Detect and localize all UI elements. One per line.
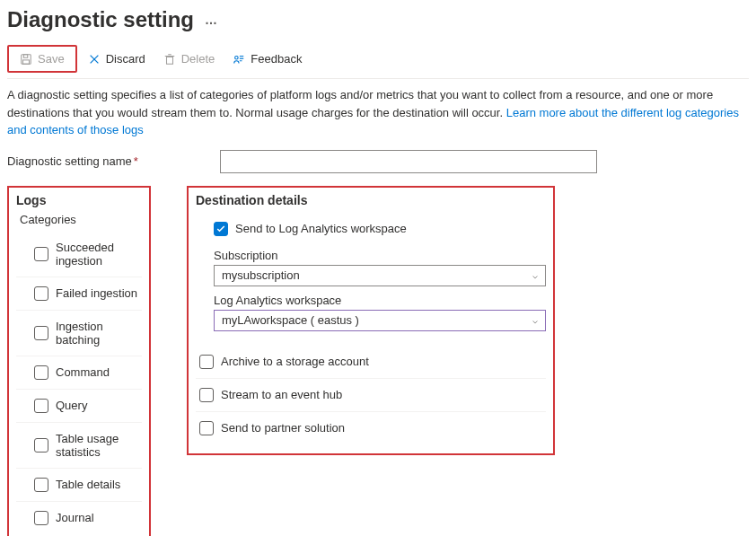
- page-title-text: Diagnostic setting: [7, 7, 194, 32]
- log-category-query[interactable]: Query: [16, 390, 142, 423]
- checkbox[interactable]: [34, 286, 48, 301]
- more-menu[interactable]: …: [205, 13, 218, 27]
- checkbox[interactable]: [34, 365, 48, 380]
- setting-name-row: Diagnostic setting name*: [7, 150, 749, 173]
- log-label: Command: [56, 365, 110, 379]
- dest-label: Send to partner solution: [221, 421, 345, 435]
- toolbar: Save Discard Delete Feedback: [7, 40, 749, 79]
- dest-label: Send to Log Analytics workspace: [235, 222, 407, 235]
- log-label: Failed ingestion: [56, 286, 137, 300]
- log-category-failed-ingestion[interactable]: Failed ingestion: [16, 277, 142, 311]
- dest-label: Stream to an event hub: [221, 388, 342, 401]
- intro-text: A diagnostic setting specifies a list of…: [7, 86, 749, 139]
- delete-button[interactable]: Delete: [156, 48, 223, 69]
- log-label: Journal: [56, 511, 94, 524]
- required-marker: *: [134, 154, 138, 168]
- destination-panel: Destination details Send to Log Analytic…: [187, 186, 555, 455]
- dest-label: Archive to a storage account: [221, 355, 369, 368]
- log-label: Query: [56, 399, 87, 412]
- workspace-label: Log Analytics workspace: [214, 294, 546, 307]
- save-highlight: Save: [7, 45, 77, 73]
- save-label: Save: [38, 52, 65, 66]
- feedback-button[interactable]: Feedback: [225, 48, 309, 69]
- svg-rect-1: [23, 54, 27, 57]
- checkbox[interactable]: [34, 247, 48, 261]
- save-button[interactable]: Save: [13, 48, 72, 69]
- destination-title: Destination details: [196, 193, 546, 207]
- delete-label: Delete: [181, 52, 215, 66]
- checkbox[interactable]: [34, 511, 48, 525]
- chevron-down-icon: ⌵: [532, 315, 538, 325]
- log-category-succeeded-ingestion[interactable]: Succeeded ingestion: [16, 232, 142, 277]
- discard-label: Discard: [106, 52, 145, 66]
- check-icon: [215, 224, 226, 234]
- dest-eventhub[interactable]: Stream to an event hub: [196, 379, 546, 412]
- log-category-table-details[interactable]: Table details: [16, 469, 142, 502]
- checkbox[interactable]: [199, 355, 214, 369]
- dest-partner[interactable]: Send to partner solution: [196, 412, 546, 444]
- log-category-journal[interactable]: Journal: [16, 502, 142, 534]
- checkbox-checked[interactable]: [214, 222, 228, 236]
- log-category-command[interactable]: Command: [16, 356, 142, 390]
- checkbox[interactable]: [199, 421, 214, 435]
- svg-rect-2: [23, 59, 30, 63]
- subscription-label: Subscription: [214, 249, 546, 262]
- workspace-select[interactable]: myLAworkspace ( eastus ) ⌵: [214, 310, 546, 331]
- logs-title: Logs: [16, 193, 142, 207]
- feedback-label: Feedback: [251, 52, 302, 66]
- save-icon: [20, 53, 32, 66]
- svg-rect-5: [166, 57, 172, 64]
- subscription-select[interactable]: mysubscription ⌵: [214, 265, 546, 286]
- dest-log-analytics[interactable]: Send to Log Analytics workspace: [196, 213, 546, 242]
- setting-name-input[interactable]: [220, 150, 597, 173]
- chevron-down-icon: ⌵: [532, 270, 538, 280]
- log-category-table-usage[interactable]: Table usage statistics: [16, 423, 142, 469]
- discard-button[interactable]: Discard: [81, 48, 153, 69]
- dest-storage[interactable]: Archive to a storage account: [196, 346, 546, 379]
- logs-panel: Logs Categories Succeeded ingestion Fail…: [7, 186, 151, 537]
- setting-name-label: Diagnostic setting name*: [7, 154, 209, 168]
- subscription-value: mysubscription: [222, 268, 300, 282]
- log-label: Table details: [56, 478, 120, 491]
- workspace-value: myLAworkspace ( eastus ): [222, 313, 359, 327]
- feedback-icon: [233, 53, 245, 66]
- svg-point-8: [235, 56, 239, 59]
- log-label: Table usage statistics: [56, 432, 138, 459]
- page-title: Diagnostic setting …: [7, 7, 749, 32]
- checkbox[interactable]: [34, 399, 48, 413]
- checkbox[interactable]: [34, 326, 48, 340]
- trash-icon: [163, 53, 176, 66]
- checkbox[interactable]: [34, 478, 48, 492]
- categories-heading: Categories: [20, 213, 142, 226]
- checkbox[interactable]: [199, 388, 214, 402]
- log-category-ingestion-batching[interactable]: Ingestion batching: [16, 311, 142, 356]
- close-icon: [88, 53, 101, 66]
- checkbox[interactable]: [34, 438, 48, 453]
- log-label: Succeeded ingestion: [56, 241, 138, 268]
- log-label: Ingestion batching: [56, 320, 138, 347]
